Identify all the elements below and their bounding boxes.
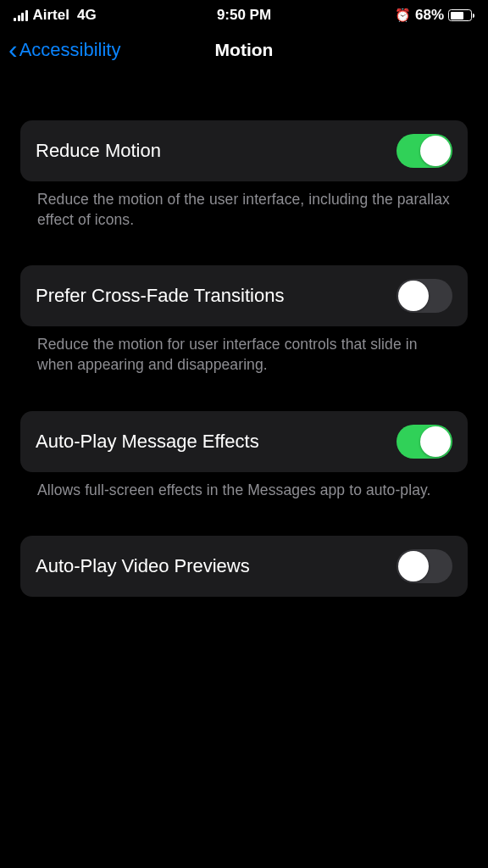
network-label: 4G — [77, 7, 97, 24]
alarm-icon: ⏰ — [395, 8, 411, 23]
battery-icon — [448, 9, 474, 21]
toggle-prefer-cross-fade[interactable] — [396, 279, 452, 313]
setting-desc: Reduce the motion of the user interface,… — [20, 181, 468, 230]
setting-desc: Reduce the motion for user interface con… — [20, 326, 468, 375]
chevron-left-icon: ‹ — [8, 42, 18, 58]
navigation-bar: ‹ Accessibility Motion — [0, 27, 488, 78]
signal-icon — [14, 10, 28, 21]
toggle-knob — [420, 136, 451, 166]
setting-reduce-motion: Reduce Motion — [20, 120, 468, 181]
settings-content: Reduce Motion Reduce the motion of the u… — [0, 78, 488, 597]
setting-label: Auto-Play Message Effects — [36, 431, 259, 453]
carrier-label: Airtel — [33, 7, 69, 24]
setting-label: Auto-Play Video Previews — [36, 555, 250, 577]
setting-auto-play-video-previews: Auto-Play Video Previews — [20, 536, 468, 597]
status-time: 9:50 PM — [217, 7, 271, 24]
back-button[interactable]: ‹ Accessibility — [8, 39, 120, 61]
toggle-knob — [420, 426, 451, 457]
setting-label: Prefer Cross-Fade Transitions — [36, 285, 284, 307]
setting-label: Reduce Motion — [36, 140, 161, 162]
setting-desc: Allows full-screen effects in the Messag… — [20, 472, 468, 501]
setting-prefer-cross-fade: Prefer Cross-Fade Transitions — [20, 265, 468, 326]
toggle-knob — [398, 281, 429, 311]
toggle-auto-play-video-previews[interactable] — [396, 549, 452, 583]
toggle-knob — [398, 551, 429, 581]
status-right: ⏰ 68% — [395, 7, 474, 24]
back-label: Accessibility — [19, 39, 121, 61]
battery-percent: 68% — [415, 7, 444, 24]
battery-fill — [451, 12, 464, 19]
toggle-reduce-motion[interactable] — [396, 134, 452, 168]
toggle-auto-play-message-effects[interactable] — [396, 425, 452, 459]
page-title: Motion — [215, 40, 274, 60]
status-bar: Airtel 4G 9:50 PM ⏰ 68% — [0, 0, 488, 27]
setting-auto-play-message-effects: Auto-Play Message Effects — [20, 411, 468, 472]
status-left: Airtel 4G — [14, 7, 97, 24]
